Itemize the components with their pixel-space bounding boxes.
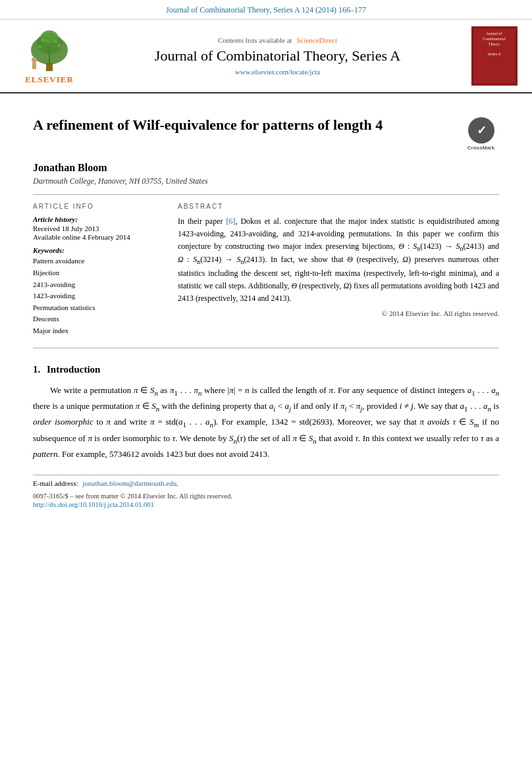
cover-image-inner: Journal ofCombinatorialTheorySeries A (474, 29, 515, 83)
svg-point-5 (38, 45, 41, 49)
cover-image-box: Journal ofCombinatorialTheorySeries A (471, 26, 518, 86)
crossmark-svg: ✓ (471, 120, 492, 141)
section-number: 1. (33, 364, 40, 375)
email-label: E-mail address: (33, 479, 78, 487)
svg-rect-10 (32, 63, 36, 69)
keyword-5: Permutation statistics (33, 302, 165, 314)
copyright-line: © 2014 Elsevier Inc. All rights reserved… (178, 309, 499, 317)
article-history-label: Article history: (33, 215, 165, 223)
svg-point-9 (32, 57, 37, 63)
info-abstract-columns: ARTICLE INFO Article history: Received 1… (33, 203, 499, 336)
intro-body-text: We write a permutation π ∈ Sn as π1 . . … (33, 383, 499, 462)
doi-link[interactable]: http://dx.doi.org/10.1016/j.jcta.2014.01… (33, 501, 154, 508)
author-name: Jonathan Bloom (33, 162, 499, 174)
svg-point-8 (55, 40, 57, 43)
svg-text:✓: ✓ (476, 124, 486, 137)
intro-paragraph-1: We write a permutation π ∈ Sn as π1 . . … (33, 383, 499, 462)
svg-point-6 (57, 43, 61, 47)
main-content: A refinement of Wilf-equivalence for pat… (0, 93, 532, 521)
available-date: Available online 4 February 2014 (33, 233, 165, 241)
crossmark-block: ✓ CrossMark (463, 117, 499, 151)
contents-prefix: Contents lists available at (218, 36, 292, 44)
section-divider (33, 194, 499, 195)
introduction-section: 1. Introduction We write a permutation π… (33, 364, 499, 462)
received-date: Received 18 July 2013 (33, 224, 165, 232)
footer-email-line: E-mail address: jonathan.bloom@dartmouth… (33, 479, 499, 487)
journal-citation: Journal of Combinatorial Theory, Series … (0, 0, 532, 20)
license-text: 0097-3165/$ – see front matter © 2014 El… (33, 492, 232, 500)
section-title: 1. Introduction (33, 364, 499, 375)
journal-citation-text: Journal of Combinatorial Theory, Series … (166, 5, 366, 14)
footer-divider (33, 475, 499, 475)
article-info-header: ARTICLE INFO (33, 203, 165, 210)
and-connector: and (488, 242, 499, 251)
keywords-list: Pattern avoidance Bijection 2413-avoidin… (33, 255, 165, 336)
author-email[interactable]: jonathan.bloom@dartmouth.edu (82, 479, 176, 487)
article-info-column: ARTICLE INFO Article history: Received 1… (33, 203, 165, 336)
journal-cover: Journal ofCombinatorialTheorySeries A (469, 26, 519, 86)
keyword-4: 1423-avoiding (33, 290, 165, 302)
article-title-text: A refinement of Wilf-equivalence for pat… (33, 116, 383, 135)
crossmark-icon: ✓ (468, 117, 494, 144)
footer-doi: http://dx.doi.org/10.1016/j.jcta.2014.01… (33, 501, 499, 508)
citation-ref: [6] (226, 217, 235, 226)
article-title-block: A refinement of Wilf-equivalence for pat… (33, 116, 499, 151)
journal-url[interactable]: www.elsevier.com/locate/jcta (235, 68, 320, 76)
section-title-text: Introduction (47, 364, 100, 375)
cover-image-text: Journal ofCombinatorialTheorySeries A (483, 32, 506, 57)
keyword-3: 2413-avoiding (33, 279, 165, 291)
journal-name-banner: Journal of Combinatorial Theory, Series … (155, 47, 400, 66)
svg-point-7 (41, 39, 44, 41)
keyword-1: Pattern avoidance (33, 255, 165, 267)
author-affiliation: Dartmouth College, Hanover, NH 03755, Un… (33, 176, 499, 186)
journal-header-center: Contents lists available at ScienceDirec… (93, 26, 462, 86)
elsevier-wordmark: ELSEVIER (25, 74, 74, 85)
footer-license: 0097-3165/$ – see front matter © 2014 El… (33, 492, 499, 500)
contents-available-line: Contents lists available at ScienceDirec… (218, 36, 337, 44)
elsevier-logo: ELSEVIER (13, 26, 86, 86)
keyword-6: Descents (33, 313, 165, 325)
abstract-text: In their paper [6], Dokos et al. conject… (178, 215, 499, 304)
article-dates: Received 18 July 2013 Available online 4… (33, 224, 165, 241)
keywords-label: Keywords: (33, 246, 165, 254)
abstract-column: ABSTRACT In their paper [6], Dokos et al… (178, 203, 499, 336)
crossmark-label: CrossMark (467, 145, 494, 151)
elsevier-tree-icon (20, 27, 79, 73)
keyword-2: Bijection (33, 267, 165, 279)
header-banner: ELSEVIER Contents lists available at Sci… (0, 20, 532, 93)
science-direct-link[interactable]: ScienceDirect (296, 36, 337, 44)
section-divider-2 (33, 348, 499, 348)
abstract-header: ABSTRACT (178, 203, 499, 210)
keyword-7: Major index (33, 325, 165, 337)
